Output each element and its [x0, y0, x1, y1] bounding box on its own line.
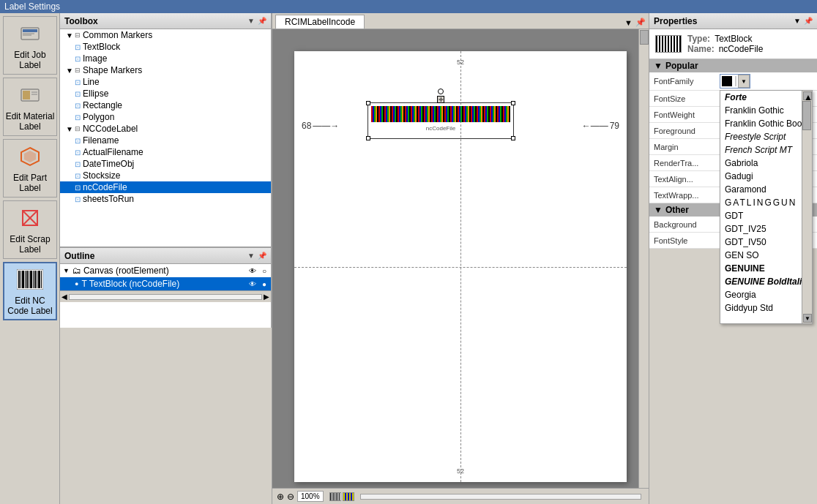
outline-header: Outline ▼ 📌: [60, 248, 271, 264]
font-dropdown-arrow[interactable]: ▼: [738, 75, 750, 88]
handle-rotate[interactable]: [438, 89, 444, 94]
popular-section-header[interactable]: ▼ Popular: [649, 59, 817, 72]
toolbox-pin-icon[interactable]: 📌: [258, 17, 266, 25]
tree-item-line[interactable]: ⊡ Line: [60, 76, 271, 88]
font-item-forte[interactable]: Forte: [720, 91, 802, 104]
handle-tl[interactable]: [366, 101, 370, 105]
canvas-zoom-in[interactable]: ⊕: [277, 492, 284, 502]
font-dropdown-list[interactable]: Forte Franklin Gothic Franklin Gothic Bo…: [720, 90, 813, 324]
stocksize-label: Stocksize: [83, 170, 120, 181]
common-markers-bullet: ⊟: [75, 31, 81, 39]
nccodelabel-group[interactable]: ▼ ⊟ NCCodeLabel: [60, 123, 271, 135]
font-item-garamond[interactable]: Garamond: [720, 183, 802, 196]
center-hline: [294, 267, 627, 268]
canvas-page: 52 52 ✛: [294, 51, 627, 482]
rendertransform-label: RenderTra...: [654, 159, 720, 168]
other-collapse-icon: ▼: [654, 205, 663, 215]
tree-item-polygon[interactable]: ⊡ Polygon: [60, 111, 271, 123]
canvas-tab-pin[interactable]: 📌: [635, 18, 646, 27]
font-item-franklin-gothic[interactable]: Franklin Gothic: [720, 104, 802, 117]
canvas-toggle-icon[interactable]: ○: [261, 266, 268, 276]
title-bar: Label Settings: [0, 0, 817, 13]
foreground-label: Foreground: [654, 127, 720, 135]
outline-scroll-right[interactable]: ▶: [264, 293, 269, 301]
tree-item-stocksize[interactable]: ⊡ Stocksize: [60, 170, 271, 181]
font-item-french-script-mt[interactable]: French Script MT: [720, 143, 802, 157]
textblock-toggle-icon[interactable]: ●: [261, 279, 268, 289]
font-item-georgia[interactable]: Georgia: [720, 288, 802, 301]
edit-part-label-button[interactable]: Edit PartLabel: [3, 139, 57, 198]
tree-item-image[interactable]: ⊡ Image: [60, 53, 271, 64]
edit-nc-code-label-button[interactable]: Edit NCCode Label: [3, 262, 57, 320]
font-item-gdt-iv50[interactable]: GDT_IV50: [720, 236, 802, 249]
shape-markers-group[interactable]: ▼ ⊟ Shape Markers: [60, 64, 271, 76]
textblock-canvas-element[interactable]: ✛ ncCodeFile: [368, 102, 514, 139]
edit-job-label-button[interactable]: Edit JobLabel: [3, 16, 57, 75]
properties-pin-icon[interactable]: 📌: [804, 17, 813, 25]
line-label: Line: [83, 77, 100, 87]
properties-title: Properties: [654, 16, 697, 26]
outline-dropdown-icon[interactable]: ▼: [247, 252, 255, 260]
font-item-gen-so[interactable]: GEN SO: [720, 249, 802, 262]
font-selector-box[interactable]: ▼: [720, 74, 750, 89]
tree-item-actualfilename[interactable]: ⊡ ActualFilename: [60, 146, 271, 158]
outline-pin-icon[interactable]: 📌: [258, 252, 266, 260]
prop-type-name-area: Type: TextBlock Name: ncCodeFile: [649, 29, 817, 59]
font-item-franklin-gothic-book[interactable]: Franklin Gothic Book: [720, 117, 802, 130]
canvas-vscroll[interactable]: [638, 29, 649, 488]
outline-hscroll-thumb[interactable]: [69, 294, 262, 300]
outline-row-textblock[interactable]: ● T TextBlock (ncCodeFile) 👁 ●: [60, 277, 271, 290]
edit-material-label-button[interactable]: Edit MaterialLabel: [3, 78, 57, 136]
outline-scroll-left[interactable]: ◀: [61, 293, 67, 301]
font-item-gdt-iv25[interactable]: GDT_IV25: [720, 222, 802, 236]
handle-bl[interactable]: [366, 136, 370, 140]
tree-item-datetimeobj[interactable]: ⊡ DateTimeObj: [60, 158, 271, 170]
tree-item-filename[interactable]: ⊡ Filename: [60, 135, 271, 146]
tree-item-ellipse[interactable]: ⊡ Ellipse: [60, 88, 271, 99]
actualfilename-label: ActualFilename: [83, 147, 143, 157]
canvas-hscroll[interactable]: [360, 494, 641, 500]
common-markers-label: Common Markers: [83, 30, 152, 40]
svg-rect-15: [20, 271, 21, 288]
prop-thumbnail: [655, 35, 682, 53]
font-item-genuine-bolditalic[interactable]: GENUINE BoldItalic: [720, 275, 802, 288]
font-item-gabriola[interactable]: Gabriola: [720, 157, 802, 170]
font-item-giddyup-std[interactable]: Giddyup Std: [720, 301, 802, 315]
font-scrollbar-up[interactable]: ▲: [803, 91, 812, 100]
outline-scroll[interactable]: ▼ 🗂 Canvas (rootElement) 👁 ○ ● T TextBlo…: [60, 264, 271, 290]
font-item-gatlinggun[interactable]: GATLINGGUN: [720, 196, 802, 209]
tree-item-sheetstorun[interactable]: ⊡ sheetsToRun: [60, 193, 271, 205]
outline-row-canvas[interactable]: ▼ 🗂 Canvas (rootElement) 👁 ○: [60, 264, 271, 277]
properties-dropdown-icon[interactable]: ▼: [794, 17, 801, 25]
handle-br[interactable]: [511, 136, 515, 140]
image-icon: ⊡: [75, 55, 81, 63]
font-scrollbar-down[interactable]: ▼: [803, 314, 812, 323]
prop-name-line: Name: ncCodeFile: [687, 44, 763, 54]
part-label-icon: [17, 143, 43, 170]
toolbox-dropdown-icon[interactable]: ▼: [247, 17, 255, 25]
outline-title: Outline: [64, 251, 94, 261]
tree-item-nccodefile[interactable]: ⊡ ncCodeFile: [60, 181, 271, 193]
font-item-genuine[interactable]: GENUINE: [720, 262, 802, 275]
edit-scrap-label-button[interactable]: Edit ScrapLabel: [3, 200, 57, 259]
prop-type-value: TextBlock: [715, 34, 752, 44]
svg-marker-9: [24, 151, 36, 162]
textblock-visibility-icon[interactable]: 👁: [247, 279, 258, 289]
tree-item-rectangle[interactable]: ⊡ Rectangle: [60, 99, 271, 111]
font-item-freestyle-script[interactable]: Freestyle Script: [720, 130, 802, 143]
font-item-gdt[interactable]: GDT: [720, 209, 802, 222]
font-color-swatch: [722, 76, 732, 86]
common-markers-group[interactable]: ▼ ⊟ Common Markers: [60, 29, 271, 41]
svg-rect-20: [30, 271, 32, 288]
canvas-vscroll-thumb[interactable]: [640, 30, 649, 45]
font-item-gadugi[interactable]: Gadugi: [720, 170, 802, 183]
font-scrollbar-thumb[interactable]: [802, 101, 811, 130]
canvas-visibility-icon[interactable]: 👁: [247, 266, 258, 276]
handle-move[interactable]: ✛: [437, 96, 444, 103]
canvas-tab-dropdown[interactable]: ▼: [624, 18, 633, 27]
handle-tr[interactable]: [511, 101, 515, 105]
rectangle-label: Rectangle: [83, 100, 122, 110]
canvas-tab-rcim[interactable]: RCIMLabelIncode: [275, 15, 365, 29]
canvas-zoom-out[interactable]: ⊖: [287, 492, 294, 502]
tree-item-textblock[interactable]: ⊡ TextBlock: [60, 41, 271, 53]
